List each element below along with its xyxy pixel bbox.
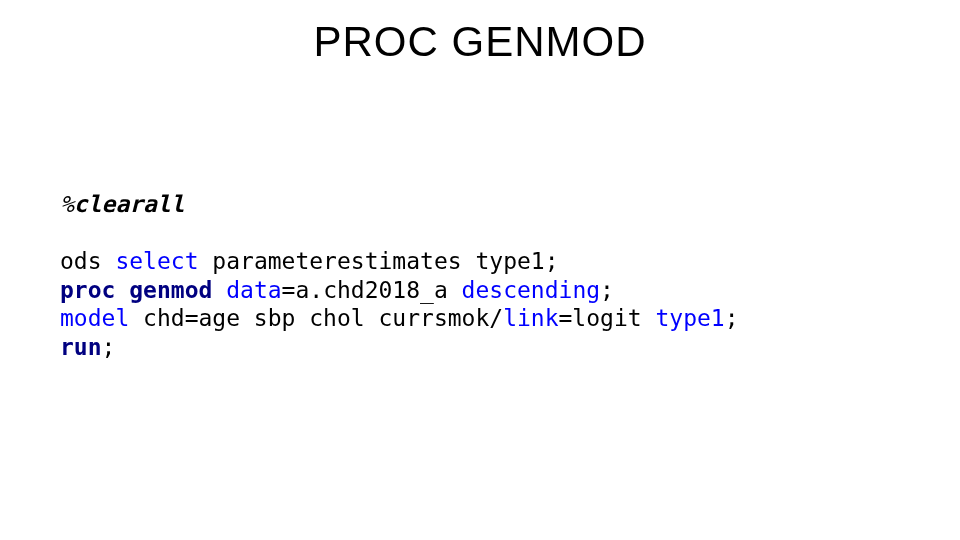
kw-data: data — [226, 277, 281, 303]
slide: PROC GENMOD %clearallods select paramete… — [0, 0, 960, 540]
sp — [115, 277, 129, 303]
code-line-4: run; — [60, 334, 115, 360]
sas-code-block: %clearallods select parameterestimates t… — [60, 190, 739, 362]
l3-mid: chd=age sbp chol currsmok/ — [129, 305, 503, 331]
kw-genmod: genmod — [129, 277, 212, 303]
macro-percent: % — [60, 191, 74, 217]
kw-type1: type1 — [655, 305, 724, 331]
l2-mid: =a.chd2018_a — [282, 277, 462, 303]
l3-eqlogit: =logit — [559, 305, 656, 331]
kw-run: run — [60, 334, 102, 360]
sp — [102, 248, 116, 274]
code-line-2: proc genmod data=a.chd2018_a descending; — [60, 277, 614, 303]
l3-semi: ; — [725, 305, 739, 331]
kw-ods: ods — [60, 248, 102, 274]
l1-rest: parameterestimates type1; — [199, 248, 559, 274]
kw-descending: descending — [462, 277, 600, 303]
l4-semi: ; — [102, 334, 116, 360]
l2-semi: ; — [600, 277, 614, 303]
kw-model: model — [60, 305, 129, 331]
macro-name: clearall — [74, 191, 185, 217]
macro-call: %clearall — [60, 190, 739, 219]
code-line-3: model chd=age sbp chol currsmok/link=log… — [60, 305, 739, 331]
kw-select: select — [115, 248, 198, 274]
kw-proc: proc — [60, 277, 115, 303]
sp — [212, 277, 226, 303]
code-line-1: ods select parameterestimates type1; — [60, 248, 559, 274]
kw-link: link — [503, 305, 558, 331]
slide-title: PROC GENMOD — [0, 18, 960, 66]
